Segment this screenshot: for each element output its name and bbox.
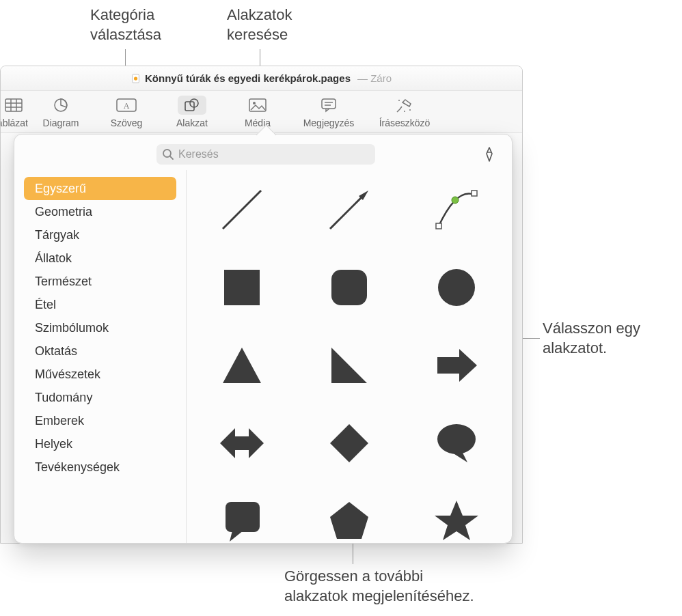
svg-line-21 [170,156,173,159]
category-item[interactable]: Egyszerű [24,177,176,200]
toolbar-comment-label: Megjegyzés [303,117,355,128]
category-item-label: Helyek [35,437,72,451]
text-icon: A [112,96,141,115]
category-item-label: Szimbólumok [35,321,109,335]
shapes-area[interactable] [187,170,512,543]
svg-line-24 [330,195,364,229]
svg-point-20 [163,150,171,157]
category-item[interactable]: Természet [24,270,176,293]
svg-point-19 [404,111,405,112]
toolbar-chart-label: Diagram [43,117,79,128]
shape-diamond[interactable] [322,416,377,471]
svg-marker-42 [435,501,478,540]
svg-marker-40 [230,531,243,542]
callout-select-label: Válasszon egyalakzatot. [543,319,640,358]
window-title: Könnyű túrák és egyedi kerékpárok.pages [145,72,351,84]
category-item-label: Oktatás [35,344,77,359]
category-item[interactable]: Szimbólumok [24,316,176,339]
shape-speech-bubble[interactable] [429,416,484,471]
toolbar-text-label: Szöveg [111,117,143,128]
media-icon [243,96,272,115]
toolbar-comment-button[interactable]: Megjegyzés [290,96,367,128]
callout-line [522,338,540,339]
category-item[interactable]: Tevékenységek [24,456,176,479]
draw-pen-button[interactable] [480,145,498,166]
shape-callout-square[interactable] [215,494,269,543]
shape-line[interactable] [215,182,269,237]
shape-bezier-curve[interactable] [429,182,484,237]
category-item[interactable]: Geometria [24,200,176,223]
svg-marker-34 [437,349,477,382]
callout-category-label: Kategóriaválasztása [90,5,161,44]
shape-star[interactable] [429,494,484,543]
shape-arrow-double[interactable] [215,416,269,471]
toolbar-chart-button[interactable]: Diagram [28,96,94,128]
search-wrap [156,144,375,165]
callout-scroll-label: Görgessen a továbbialakzatok megjeleníté… [284,567,474,606]
svg-rect-30 [331,270,367,305]
comment-icon [314,96,343,115]
category-item-label: Geometria [35,205,92,219]
svg-rect-2 [5,99,22,111]
svg-rect-27 [472,191,477,196]
shape-right-triangle[interactable] [322,338,377,393]
svg-point-37 [437,424,476,454]
shape-arrow-right[interactable] [429,338,484,393]
document-icon [131,74,141,83]
category-item[interactable]: Emberek [24,409,176,432]
toolbar-shape-label: Alakzat [176,117,208,128]
shapes-popover: EgyszerűGeometriaTárgyakÁllatokTermészet… [14,134,513,544]
svg-marker-36 [330,424,368,462]
shape-circle[interactable] [429,260,484,315]
category-item[interactable]: Művészetek [24,363,176,386]
svg-point-13 [253,102,256,104]
svg-point-31 [438,269,475,306]
table-icon [0,96,28,115]
shape-square[interactable] [215,260,269,315]
category-item-label: Művészetek [35,367,100,382]
svg-text:A: A [124,101,130,111]
drawtools-icon [390,96,419,115]
shapes-grid [199,182,500,543]
category-item-label: Tudomány [35,391,92,405]
window-title-bar: Könnyű túrák és egyedi kerékpárok.pages … [1,66,522,91]
shape-pentagon[interactable] [322,494,377,543]
toolbar-drawtools-label: Íráseszközö [379,117,431,128]
category-item-label: Egyszerű [35,182,86,196]
popover-header [14,135,512,170]
toolbar-text-button[interactable]: A Szöveg [94,96,159,128]
toolbar-media-button[interactable]: Média [225,96,290,128]
search-input[interactable] [156,144,375,165]
category-sidebar: EgyszerűGeometriaTárgyakÁllatokTermészet… [14,170,187,543]
toolbar-drawtools-button[interactable]: Íráseszközö [367,96,442,128]
category-item-label: Tárgyak [35,228,79,242]
svg-point-18 [409,109,411,111]
toolbar-table-button[interactable]: Táblázat [3,96,28,128]
category-item[interactable]: Oktatás [24,339,176,363]
svg-rect-14 [322,99,336,109]
svg-marker-41 [330,502,368,539]
svg-rect-26 [436,223,441,229]
search-icon [162,148,174,163]
category-item[interactable]: Tárgyak [24,223,176,247]
category-item[interactable]: Állatok [24,247,176,270]
shape-rounded-square[interactable] [322,260,377,315]
callout-search-label: Alakzatokkeresése [227,5,292,44]
category-item-label: Emberek [35,414,84,428]
shape-triangle[interactable] [215,338,269,393]
category-item[interactable]: Étel [24,293,176,316]
svg-rect-29 [224,270,260,305]
chart-icon [46,96,75,115]
shape-arrow-line[interactable] [322,182,377,237]
category-item[interactable]: Helyek [24,432,176,456]
category-item[interactable]: Tudomány [24,386,176,409]
category-item-label: Tevékenységek [35,460,120,475]
toolbar-shape-button[interactable]: Alakzat [159,96,225,128]
popover-body: EgyszerűGeometriaTárgyakÁllatokTermészet… [14,170,512,543]
window-title-trailing: — Záro [357,72,392,84]
svg-marker-38 [452,451,467,462]
shape-icon [178,96,206,115]
svg-marker-33 [331,348,367,383]
toolbar: Táblázat Diagram A Szöveg Alakzat Média [1,91,522,133]
svg-point-17 [398,100,400,101]
